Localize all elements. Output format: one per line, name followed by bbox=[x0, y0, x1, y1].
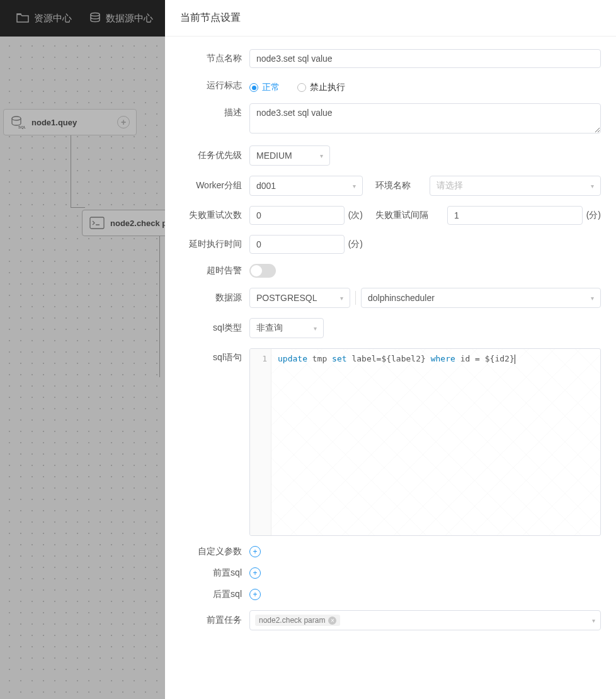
worker-group-select[interactable]: d001 ▾ bbox=[249, 176, 363, 196]
label-datasource: 数据源 bbox=[180, 292, 249, 304]
add-post-sql-button[interactable]: + bbox=[249, 589, 261, 600]
label-priority: 任务优先级 bbox=[180, 150, 249, 161]
radio-icon bbox=[249, 83, 258, 92]
chevron-down-icon: ▾ bbox=[340, 295, 343, 302]
env-select[interactable]: 请选择 ▾ bbox=[430, 176, 601, 196]
tag-remove-icon[interactable]: × bbox=[328, 617, 336, 625]
radio-label: 禁止执行 bbox=[310, 82, 345, 93]
text-caret bbox=[515, 355, 515, 364]
pre-task-tag: node2.check param × bbox=[255, 615, 340, 626]
line-number: 1 bbox=[250, 354, 267, 363]
timeout-toggle[interactable] bbox=[249, 264, 276, 278]
node-name-input[interactable] bbox=[249, 49, 601, 68]
priority-select[interactable]: MEDIUM ▾ bbox=[249, 145, 330, 166]
select-value: POSTGRESQL bbox=[256, 293, 317, 303]
datasource-instance-select[interactable]: dolphinscheduler ▾ bbox=[361, 288, 601, 308]
label-post-sql: 后置sql bbox=[180, 589, 249, 600]
label-custom-params: 自定义参数 bbox=[180, 546, 249, 557]
chevron-down-icon: ▾ bbox=[592, 617, 595, 624]
sql-editor[interactable]: 1 update tmp set label=${label2} where i… bbox=[249, 348, 601, 536]
select-value: 非查询 bbox=[256, 322, 283, 334]
tag-label: node2.check param bbox=[259, 616, 325, 625]
select-placeholder: 请选择 bbox=[436, 180, 463, 191]
sql-keyword: set bbox=[332, 354, 346, 363]
label-description: 描述 bbox=[180, 103, 249, 118]
radio-label: 正常 bbox=[262, 82, 280, 93]
label-delay-time: 延时执行时间 bbox=[180, 239, 249, 250]
label-env-name: 环境名称 bbox=[375, 180, 417, 191]
chevron-down-icon: ▾ bbox=[591, 295, 594, 302]
label-run-flag: 运行标志 bbox=[180, 80, 249, 91]
label-sql-type: sql类型 bbox=[180, 322, 249, 334]
label-pre-sql: 前置sql bbox=[180, 567, 249, 579]
delay-time-input[interactable] bbox=[249, 235, 345, 254]
pre-tasks-select[interactable]: node2.check param × ▾ bbox=[249, 610, 601, 630]
label-worker-group: Worker分组 bbox=[180, 180, 249, 191]
label-node-name: 节点名称 bbox=[180, 49, 249, 64]
sql-cond: id = ${id2} bbox=[460, 354, 515, 363]
sql-keyword: update bbox=[278, 354, 307, 363]
description-textarea[interactable]: node3.set sql value bbox=[249, 103, 601, 134]
radio-icon bbox=[297, 83, 306, 92]
sql-type-select[interactable]: 非查询 ▾ bbox=[249, 318, 324, 338]
label-sql-stmt: sql语句 bbox=[180, 348, 249, 363]
select-value: dolphinscheduler bbox=[368, 293, 435, 303]
sql-keyword: where bbox=[431, 354, 455, 363]
sql-assign: label=${label2} bbox=[351, 354, 425, 363]
unit-times: (次) bbox=[348, 210, 363, 221]
label-timeout-alarm: 超时告警 bbox=[180, 265, 249, 276]
select-value: MEDIUM bbox=[256, 151, 292, 161]
radio-forbid[interactable]: 禁止执行 bbox=[297, 82, 345, 93]
divider bbox=[355, 291, 356, 305]
unit-minutes: (分) bbox=[348, 239, 363, 250]
chevron-down-icon: ▾ bbox=[314, 325, 317, 332]
datasource-type-select[interactable]: POSTGRESQL ▾ bbox=[249, 288, 350, 308]
label-pre-tasks: 前置任务 bbox=[180, 615, 249, 626]
chevron-down-icon: ▾ bbox=[320, 152, 323, 159]
sql-ident: tmp bbox=[312, 354, 327, 363]
label-retry-count: 失败重试次数 bbox=[180, 210, 249, 221]
panel-title: 当前节点设置 bbox=[165, 0, 616, 37]
unit-minutes: (分) bbox=[586, 210, 601, 221]
add-custom-param-button[interactable]: + bbox=[249, 546, 261, 557]
retry-interval-input[interactable] bbox=[447, 206, 583, 225]
radio-normal[interactable]: 正常 bbox=[249, 82, 280, 93]
label-retry-interval: 失败重试间隔 bbox=[375, 210, 435, 221]
select-value: d001 bbox=[256, 181, 276, 191]
chevron-down-icon: ▾ bbox=[591, 183, 594, 190]
retry-count-input[interactable] bbox=[249, 206, 345, 225]
add-pre-sql-button[interactable]: + bbox=[249, 567, 261, 579]
sql-code-area[interactable]: update tmp set label=${label2} where id … bbox=[271, 349, 600, 535]
node-settings-panel: 当前节点设置 节点名称 运行标志 正常 禁止执行 bbox=[165, 0, 616, 699]
chevron-down-icon: ▾ bbox=[353, 183, 356, 190]
sql-gutter: 1 bbox=[250, 349, 271, 535]
